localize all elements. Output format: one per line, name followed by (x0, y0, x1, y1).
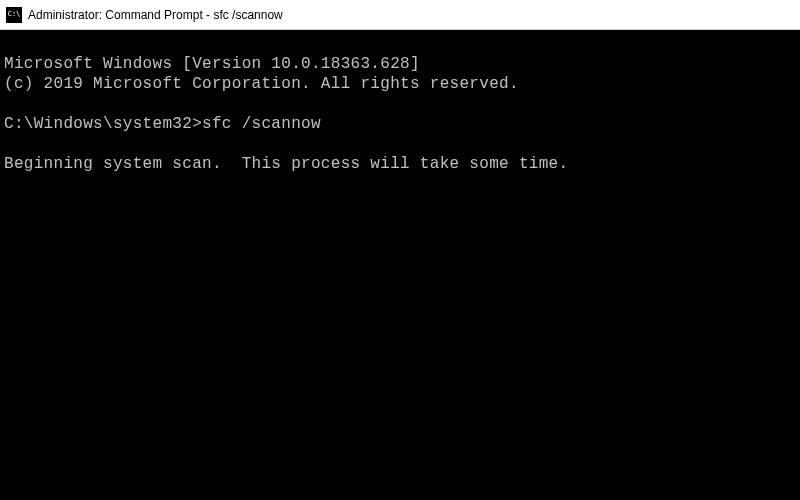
entered-command: sfc /scannow (202, 115, 321, 133)
prompt-line: C:\Windows\system32>sfc /scannow (4, 115, 321, 133)
status-line: Beginning system scan. This process will… (4, 155, 568, 173)
version-line: Microsoft Windows [Version 10.0.18363.62… (4, 55, 420, 73)
copyright-line: (c) 2019 Microsoft Corporation. All righ… (4, 75, 519, 93)
prompt-path: C:\Windows\system32> (4, 115, 202, 133)
cmd-icon-text: C:\ (8, 11, 21, 18)
cmd-icon: C:\ (6, 7, 22, 23)
terminal-output[interactable]: Microsoft Windows [Version 10.0.18363.62… (0, 30, 800, 500)
window-titlebar[interactable]: C:\ Administrator: Command Prompt - sfc … (0, 0, 800, 30)
window-title: Administrator: Command Prompt - sfc /sca… (28, 8, 283, 22)
